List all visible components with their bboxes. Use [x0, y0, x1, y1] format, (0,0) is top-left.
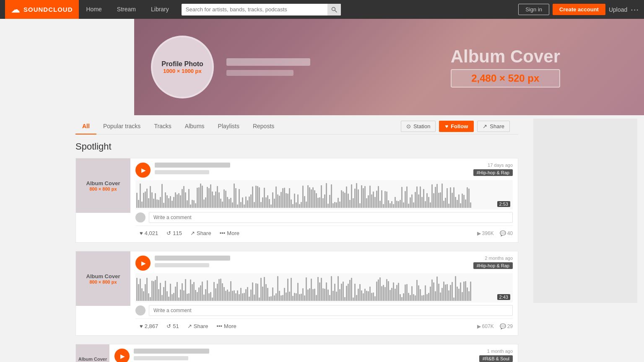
- nav-links: Home Stream Library: [79, 0, 177, 19]
- search-button[interactable]: [327, 4, 341, 16]
- station-button[interactable]: ⊙ Station: [401, 121, 436, 132]
- profile-photo: Profile Photo 1000 × 1000 px: [151, 36, 214, 98]
- track-thumbnail: Album Cover 800 × 800 px: [76, 344, 109, 362]
- play-icon: ▶: [141, 167, 146, 173]
- track-title-placeholder: [134, 349, 209, 354]
- navbar: ☁ SOUNDCLOUD Home Stream Library Sign in…: [0, 0, 644, 19]
- play-icon: ▶: [120, 353, 125, 359]
- track-header: ▶ 17 days ago #Hip-hop & Rap: [135, 163, 513, 178]
- repost-icon: ↺: [166, 230, 171, 236]
- soundcloud-logo-icon: ☁: [11, 4, 20, 15]
- tab-all[interactable]: All: [75, 119, 96, 134]
- svg-line-1: [335, 10, 337, 12]
- logo[interactable]: ☁ SOUNDCLOUD: [5, 0, 79, 19]
- more-icon: •••: [220, 230, 226, 236]
- track-card: Album Cover 800 × 800 px ▶ 17 days ago #…: [75, 158, 518, 243]
- profile-actions: ⊙ Station ♥ Follow ↗ Share: [401, 121, 510, 132]
- heart-icon: ♥: [140, 230, 143, 236]
- search-input[interactable]: [182, 4, 327, 16]
- share-icon: ↗: [483, 123, 487, 129]
- tab-playlists[interactable]: Playlists: [211, 119, 246, 134]
- nav-home[interactable]: Home: [79, 0, 109, 19]
- share-icon: ↗: [187, 323, 192, 329]
- profile-name-placeholder: [226, 58, 310, 66]
- share-track-button[interactable]: ↗ Share: [183, 321, 213, 331]
- album-cover-dimensions: 2,480 × 520 px: [471, 72, 539, 84]
- track-header: ▶ 2 months ago #Hip-hop & Rap: [135, 256, 513, 271]
- track-timestamp: 2 months ago: [485, 256, 513, 261]
- repost-button[interactable]: ↺ 51: [162, 321, 183, 331]
- track-details: ▶ 2 months ago #Hip-hop & Rap 2:43: [130, 251, 518, 335]
- comment-count: 💬 40: [500, 230, 513, 236]
- comment-row: [135, 305, 513, 316]
- tab-tracks[interactable]: Tracks: [147, 119, 178, 134]
- comment-row: [135, 212, 513, 223]
- track-thumbnail: Album Cover 800 × 800 px: [76, 251, 130, 306]
- track-genre-tag: #Hip-hop & Rap: [473, 169, 513, 176]
- play-count: ▶ 396K: [477, 230, 494, 236]
- play-button[interactable]: ▶: [135, 256, 151, 271]
- track-details: ▶ 17 days ago #Hip-hop & Rap 2:53: [130, 158, 518, 242]
- track-title-placeholder: [155, 163, 230, 168]
- comment-input[interactable]: [149, 305, 513, 316]
- tab-albums[interactable]: Albums: [178, 119, 211, 134]
- left-rail-spacer: [0, 115, 67, 362]
- tab-popular-tracks[interactable]: Popular tracks: [96, 119, 147, 134]
- play-button[interactable]: ▶: [114, 349, 130, 362]
- sidebar-ad-box: [533, 119, 637, 303]
- more-button[interactable]: ••• More: [216, 228, 244, 238]
- comment-icon: 💬: [500, 323, 506, 329]
- track-timestamp: 17 days ago: [488, 163, 513, 168]
- nav-library[interactable]: Library: [143, 0, 177, 19]
- track-header: ▶ 1 month ago #R&B & Soul: [114, 349, 513, 362]
- repost-button[interactable]: ↺ 115: [162, 228, 186, 238]
- waveform[interactable]: 2:53: [135, 180, 513, 209]
- commenter-avatar: [135, 212, 145, 222]
- track-genre-tag: #R&B & Soul: [479, 355, 513, 362]
- comment-input[interactable]: [149, 212, 513, 223]
- waveform[interactable]: 2:43: [135, 273, 513, 303]
- follow-button[interactable]: ♥ Follow: [439, 121, 474, 132]
- signin-button[interactable]: Sign in: [518, 4, 549, 15]
- album-cover-dimensions-box: 2,480 × 520 px: [451, 69, 560, 88]
- album-cover-label: Album Cover 2,480 × 520 px: [451, 47, 560, 88]
- more-button[interactable]: ••• More: [212, 321, 240, 331]
- track-card: Album Cover 800 × 800 px ▶ 1 month ago #…: [75, 344, 518, 362]
- tab-reposts[interactable]: Reposts: [246, 119, 281, 134]
- like-button[interactable]: ♥ 4,021: [135, 228, 162, 238]
- nav-actions: Sign in Create account Upload ···: [518, 4, 639, 15]
- tabs-list: All Popular tracks Tracks Albums Playlis…: [75, 119, 281, 134]
- more-icon: •••: [216, 323, 222, 329]
- track-title-placeholder: [155, 256, 230, 261]
- like-button[interactable]: ♥ 2,867: [135, 321, 162, 331]
- heart-icon: ♥: [140, 323, 143, 329]
- profile-photo-title: Profile Photo: [161, 60, 203, 68]
- more-options-button[interactable]: ···: [631, 5, 639, 14]
- follow-icon: ♥: [445, 123, 448, 129]
- profile-info: [226, 58, 310, 76]
- track-duration: 2:53: [497, 201, 510, 207]
- share-icon: ↗: [190, 230, 195, 236]
- commenter-avatar: [135, 305, 145, 315]
- album-cover-title: Album Cover: [451, 47, 560, 67]
- profile-sub-placeholder: [226, 70, 293, 76]
- play-button[interactable]: ▶: [135, 163, 151, 178]
- track-thumbnail: Album Cover 800 × 800 px: [76, 158, 130, 213]
- track-actions: ♥ 2,867 ↺ 51 ↗ Share ••• More: [135, 318, 513, 331]
- left-rail: [0, 19, 67, 115]
- play-icon: ▶: [141, 260, 146, 266]
- upload-link[interactable]: Upload: [609, 6, 627, 13]
- track-meta: [155, 163, 469, 174]
- create-account-button[interactable]: Create account: [553, 4, 605, 15]
- main-content: All Popular tracks Tracks Albums Playlis…: [67, 115, 527, 362]
- share-track-button[interactable]: ↗ Share: [186, 228, 216, 238]
- track-details: ▶ 1 month ago #R&B & Soul: [109, 344, 518, 362]
- nav-stream[interactable]: Stream: [109, 0, 143, 19]
- play-icon-stat: ▶: [477, 323, 481, 329]
- spotlight-title: Spotlight: [75, 141, 518, 152]
- profile-photo-dimensions: 1000 × 1000 px: [163, 68, 201, 74]
- track-timestamp: 1 month ago: [487, 349, 513, 354]
- track-meta: [155, 256, 469, 267]
- tabs-bar: All Popular tracks Tracks Albums Playlis…: [75, 115, 518, 134]
- share-button[interactable]: ↗ Share: [477, 121, 510, 132]
